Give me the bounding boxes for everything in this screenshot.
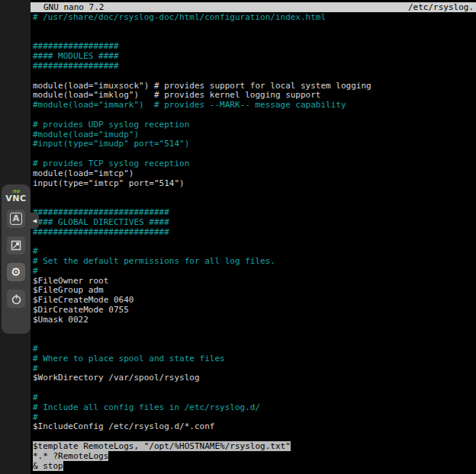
nano-titlebar: GNU nano 7.2 /etc/rsyslog.: [31, 2, 476, 12]
editor-body[interactable]: # /usr/share/doc/rsyslog-doc/html/config…: [31, 12, 476, 471]
editor-line: *.* ?RemoteLogs: [33, 452, 476, 462]
editor-line: # /usr/share/doc/rsyslog-doc/html/config…: [33, 13, 476, 23]
editor-line: # Set the default permissions for all lo…: [33, 257, 476, 267]
nano-filename-label: /etc/rsyslog.: [408, 2, 474, 12]
novnc-logo: no VNC: [5, 189, 26, 203]
editor-line: # Where to place spool and state files: [33, 354, 476, 364]
editor-line: $template RemoteLogs, "/opt/%HOSTNAME%/r…: [33, 442, 476, 452]
editor-line: [33, 335, 476, 344]
editor-line: $IncludeConfig /etc/rsyslog.d/*.conf: [33, 422, 476, 432]
novnc-logo-vnc: VNC: [5, 194, 26, 203]
power-button[interactable]: [7, 290, 25, 308]
settings-button[interactable]: ⚙: [7, 263, 25, 281]
editor-line: $DirCreateMode 0755: [33, 306, 476, 315]
editor-line: [33, 237, 476, 247]
editor-line: [33, 325, 476, 335]
editor-line: $WorkDirectory /var/spool/rsyslog: [33, 373, 476, 383]
editor-line: $Umask 0022: [33, 315, 476, 325]
editor-line: #input(type="imudp" port="514"): [33, 139, 476, 149]
editor-line: [33, 23, 476, 33]
editor-line: [33, 383, 476, 393]
nano-version-label: GNU nano 7.2: [43, 2, 104, 12]
extra-keys-button[interactable]: A: [7, 210, 25, 228]
gear-icon: ⚙: [11, 267, 21, 278]
editor-line: input(type="imtcp" port="514"): [33, 179, 476, 189]
fullscreen-icon: [11, 240, 21, 251]
editor-line: #module(load="immark") # provides --MARK…: [33, 101, 476, 110]
terminal-window[interactable]: GNU nano 7.2 /etc/rsyslog. # /usr/share/…: [31, 0, 476, 474]
control-bar-handle[interactable]: ◀: [31, 213, 39, 229]
fullscreen-button[interactable]: [7, 236, 25, 255]
editor-line: ###########################: [33, 228, 476, 238]
a-key-icon: A: [10, 213, 22, 225]
editor-line: #################: [33, 62, 476, 72]
novnc-control-bar: no VNC A ⚙: [2, 184, 31, 334]
editor-line: [33, 188, 476, 198]
editor-line: # Include all config files in /etc/rsysl…: [33, 403, 476, 413]
editor-line: & stop: [33, 462, 476, 472]
collapse-arrow-icon: ◀: [33, 218, 37, 224]
power-icon: [11, 293, 22, 305]
